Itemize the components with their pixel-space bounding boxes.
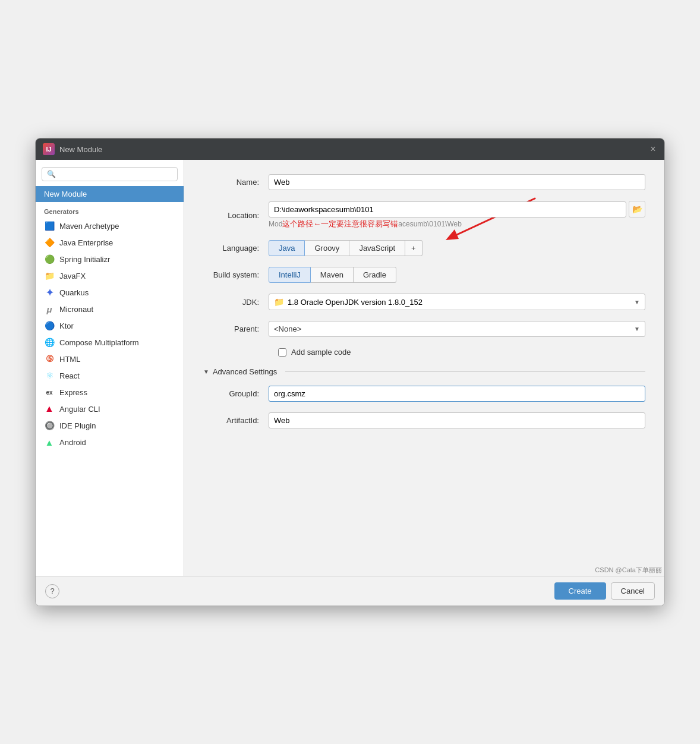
location-input[interactable]: [269, 201, 626, 217]
svg-marker-1: [446, 229, 459, 240]
build-control: IntelliJ Maven Gradle: [269, 267, 645, 283]
build-maven-button[interactable]: Maven: [311, 267, 354, 283]
sidebar-item-compose-multiplatform[interactable]: 🌐 Compose Multiplatform: [36, 334, 184, 351]
sidebar-item-react[interactable]: ⚛ React: [36, 367, 184, 384]
language-label: Language:: [203, 244, 269, 253]
sidebar-item-label: React: [59, 371, 80, 380]
left-panel: 🔍 New Module Generators 🟦 Maven Archetyp…: [36, 160, 184, 576]
advanced-header[interactable]: ▼ Advanced Settings: [203, 367, 645, 376]
sample-code-checkbox[interactable]: [278, 348, 286, 357]
watermark: CSDN @Cata下单丽丽: [595, 566, 662, 575]
cancel-button[interactable]: Cancel: [611, 582, 655, 600]
artifact-id-input[interactable]: [269, 412, 645, 428]
build-button-group: IntelliJ Maven Gradle: [269, 267, 645, 283]
new-module-dialog: IJ New Module × 🔍 New Module Generators …: [35, 138, 665, 606]
ide-plugin-icon: 🔘: [44, 420, 55, 431]
sidebar-item-ide-plugin[interactable]: 🔘 IDE Plugin: [36, 417, 184, 434]
name-control: [269, 174, 645, 190]
advanced-label: Advanced Settings: [213, 367, 277, 376]
dialog-body: 🔍 New Module Generators 🟦 Maven Archetyp…: [36, 160, 664, 576]
language-groovy-button[interactable]: Groovy: [305, 240, 349, 256]
hint-annotation: 这个路径←一定要注意很容易写错: [282, 219, 398, 228]
close-button[interactable]: ×: [649, 145, 657, 153]
compose-icon: 🌐: [44, 337, 55, 348]
sidebar-item-angular-cli[interactable]: ▲ Angular CLI: [36, 401, 184, 417]
search-input[interactable]: [58, 170, 172, 178]
sidebar-item-label: Java Enterprise: [59, 238, 113, 247]
jdk-control: 📁 1.8 Oracle OpenJDK version 1.8.0_152 ▼: [269, 294, 645, 310]
right-panel: Name: Location: 📂 Mod这个路径←一定要注意很容易写错aces…: [184, 160, 664, 576]
group-id-control: [269, 386, 645, 402]
sidebar-item-html[interactable]: ⑤ HTML: [36, 351, 184, 367]
jdk-row: JDK: 📁 1.8 Oracle OpenJDK version 1.8.0_…: [203, 294, 645, 310]
jdk-dropdown-arrow: ▼: [634, 299, 640, 305]
location-control: 📂 Mod这个路径←一定要注意很容易写错acesumb\0101\Web: [269, 201, 645, 229]
express-icon: ex: [44, 387, 55, 398]
build-intellij-button[interactable]: IntelliJ: [269, 267, 311, 283]
generators-label: Generators: [36, 202, 184, 217]
footer-buttons: Create Cancel: [554, 582, 655, 600]
sidebar-item-javafx[interactable]: 📁 JavaFX: [36, 267, 184, 284]
location-input-group: 📂: [269, 201, 645, 217]
create-button[interactable]: Create: [554, 582, 606, 600]
java-enterprise-icon: 🔶: [44, 237, 55, 248]
sidebar-item-label: Quarkus: [59, 288, 89, 297]
quarkus-icon: ✦: [44, 287, 55, 298]
javafx-icon: 📁: [44, 270, 55, 281]
sidebar-item-express[interactable]: ex Express: [36, 384, 184, 401]
sidebar-item-quarkus[interactable]: ✦ Quarkus: [36, 284, 184, 301]
sidebar-item-spring-initializr[interactable]: 🟢 Spring Initializr: [36, 251, 184, 267]
sidebar-item-ktor[interactable]: 🔵 Ktor: [36, 317, 184, 334]
sidebar-item-android[interactable]: ▲ Android: [36, 434, 184, 450]
dialog-footer: ? Create Cancel: [36, 576, 664, 606]
sample-code-row: Add sample code: [203, 348, 645, 357]
sidebar-item-maven-archetype[interactable]: 🟦 Maven Archetype: [36, 217, 184, 234]
build-gradle-button[interactable]: Gradle: [354, 267, 396, 283]
name-label: Name:: [203, 178, 269, 187]
artifact-id-control: [269, 412, 645, 428]
parent-label: Parent:: [203, 324, 269, 333]
name-input[interactable]: [269, 174, 645, 190]
html-icon: ⑤: [44, 354, 55, 364]
dialog-title: New Module: [59, 145, 644, 154]
sidebar-item-label: JavaFX: [59, 272, 86, 280]
language-java-button[interactable]: Java: [269, 240, 305, 256]
search-box[interactable]: 🔍: [42, 167, 178, 181]
app-icon: IJ: [43, 143, 55, 155]
sample-code-label[interactable]: Add sample code: [291, 348, 351, 357]
search-icon: 🔍: [47, 170, 56, 178]
parent-control: <None> ▼: [269, 321, 645, 337]
jdk-folder-icon: 📁: [274, 297, 284, 307]
language-row: Language: Java Groovy JavaScript +: [203, 240, 645, 256]
jdk-select[interactable]: 📁 1.8 Oracle OpenJDK version 1.8.0_152 ▼: [269, 294, 645, 310]
angular-icon: ▲: [44, 403, 55, 414]
sidebar-item-label: Express: [59, 388, 87, 397]
parent-dropdown-arrow: ▼: [634, 326, 640, 332]
browse-button[interactable]: 📂: [629, 201, 645, 217]
sidebar-item-label: Android: [59, 438, 86, 447]
help-button[interactable]: ?: [45, 584, 59, 598]
sidebar-item-label: IDE Plugin: [59, 421, 96, 430]
build-system-row: Build system: IntelliJ Maven Gradle: [203, 267, 645, 283]
spring-icon: 🟢: [44, 254, 55, 264]
jdk-label: JDK:: [203, 298, 269, 307]
language-javascript-button[interactable]: JavaScript: [349, 240, 405, 256]
build-system-label: Build system:: [203, 270, 269, 279]
sidebar-item-new-module[interactable]: New Module: [36, 186, 184, 202]
sidebar-item-micronaut[interactable]: μ Micronaut: [36, 301, 184, 317]
parent-select[interactable]: <None> ▼: [269, 321, 645, 337]
sidebar-item-label: Spring Initializr: [59, 255, 110, 264]
artifact-id-row: ArtifactId:: [203, 412, 645, 428]
group-id-label: GroupId:: [203, 389, 269, 398]
hint-prefix: Mod: [269, 220, 282, 228]
group-id-input[interactable]: [269, 386, 645, 402]
title-bar: IJ New Module ×: [36, 138, 664, 160]
language-add-button[interactable]: +: [405, 240, 422, 256]
sidebar-item-java-enterprise[interactable]: 🔶 Java Enterprise: [36, 234, 184, 251]
ktor-icon: 🔵: [44, 320, 55, 331]
artifact-id-label: ArtifactId:: [203, 416, 269, 425]
sidebar-item-label: HTML: [59, 355, 80, 364]
android-icon: ▲: [44, 437, 55, 447]
advanced-section: ▼ Advanced Settings GroupId: ArtifactId:: [203, 367, 645, 428]
language-control: Java Groovy JavaScript +: [269, 240, 645, 256]
